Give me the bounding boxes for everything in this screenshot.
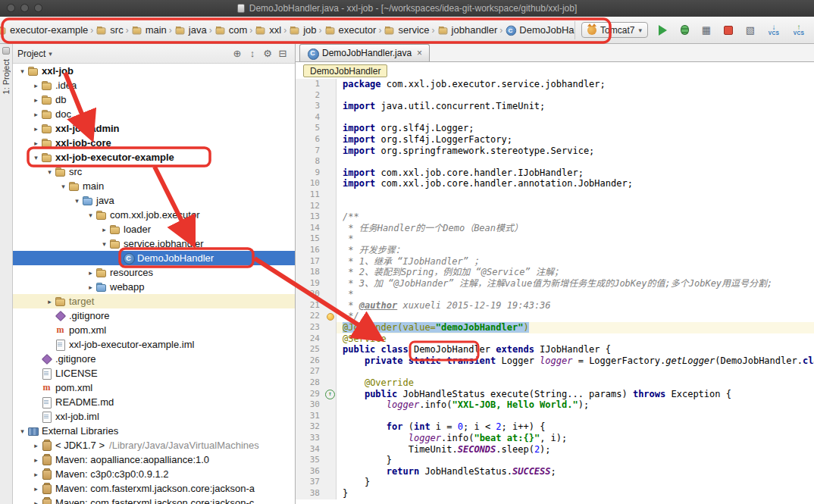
code-line-1[interactable]: 1package com.xxl.job.executor.service.jo… (296, 79, 814, 90)
run-button[interactable] (655, 22, 670, 39)
close-button[interactable] (7, 4, 15, 12)
coverage-button[interactable]: ▦ (699, 22, 714, 39)
tree-item-xxl-job-admin[interactable]: ▸xxl-job-admin (13, 121, 295, 136)
code-line-15[interactable]: 15 * (296, 233, 814, 245)
chevron-down-icon[interactable]: ▾ (58, 183, 68, 190)
breadcrumb-executor-example[interactable]: executor-example (0, 23, 89, 37)
code-line-36[interactable]: 36 return JobHandleStatus.SUCCESS; (296, 466, 814, 477)
chevron-down-icon[interactable]: ▾ (45, 168, 55, 176)
chevron-right-icon[interactable]: ▸ (31, 111, 41, 118)
tree-item-gitignore[interactable]: .gitignore (13, 352, 295, 366)
tree-item-loader[interactable]: ▸loader (13, 222, 295, 236)
chevron-down-icon[interactable]: ▾ (17, 427, 27, 435)
tree-item-webapp[interactable]: ▸webapp (13, 280, 295, 294)
tree-item-pom-xml[interactable]: pom.xml (13, 380, 295, 395)
chevron-down-icon[interactable]: ▾ (99, 240, 109, 248)
project-tool-window-button[interactable]: 1: Project (2, 59, 11, 94)
tree-item-xxl-job-core[interactable]: ▸xxl-job-core (13, 136, 295, 150)
code-line-11[interactable]: 11 (296, 189, 814, 201)
collapse-all-icon[interactable]: ⊟ (275, 48, 290, 59)
code-line-16[interactable]: 16 * 开发步骤： (296, 245, 814, 256)
tree-item-maven-aopalliance-aopalliance-1-0[interactable]: ▸Maven: aopalliance:aopalliance:1.0 (13, 452, 295, 467)
breadcrumb-main[interactable]: main (130, 23, 167, 37)
chevron-right-icon[interactable]: ▸ (86, 269, 95, 277)
tree-item-maven-com-fasterxml-jackson-core-jackson-c[interactable]: ▸Maven: com.fasterxml.jackson.core:jacks… (13, 496, 295, 504)
breadcrumb-src[interactable]: src (95, 23, 124, 37)
tree-item-xxl-job-executor-example-iml[interactable]: xxl-job-executor-example.iml (13, 337, 295, 352)
chevron-down-icon[interactable]: ▾ (17, 67, 27, 75)
code-line-18[interactable]: 18 * 2、装配到Spring，例如加 “@Service” 注解； (296, 267, 814, 278)
tree-item-target[interactable]: ▸target (13, 294, 295, 308)
editor-tab-demojobhandler[interactable]: DemoJobHandler.java × (299, 44, 430, 61)
chevron-right-icon[interactable]: ▸ (86, 283, 95, 291)
chevron-right-icon[interactable]: ▸ (31, 499, 41, 504)
breadcrumb-job[interactable]: job (288, 23, 317, 37)
chevron-right-icon[interactable]: ▸ (99, 226, 109, 233)
tree-item-external-libraries[interactable]: ▾External Libraries (13, 424, 295, 438)
code-line-13[interactable]: 13/** (296, 211, 814, 223)
chevron-right-icon[interactable]: ▸ (31, 485, 41, 493)
code-line-28[interactable]: 28 @Override (296, 377, 814, 389)
code-line-31[interactable]: 31 (296, 411, 814, 422)
code-line-4[interactable]: 4 (296, 112, 814, 124)
tree-item-maven-c3p0-c3p0-0-9-1-2[interactable]: ▸Maven: c3p0:c3p0:0.9.1.2 (13, 467, 295, 481)
code-line-17[interactable]: 17 * 1、继承 “IJobHandler” ； (296, 256, 814, 268)
chevron-right-icon[interactable]: ▸ (45, 298, 55, 305)
run-config-selector[interactable]: Tomcat7 ▾ (581, 22, 648, 38)
code-line-6[interactable]: 6import org.slf4j.LoggerFactory; (296, 134, 814, 146)
code-line-29[interactable]: 29 public JobHandleStatus execute(String… (296, 389, 814, 400)
tree-item-db[interactable]: ▸db (13, 92, 295, 107)
settings-gear-icon[interactable]: ⚙ (260, 48, 275, 59)
tree-item-gitignore[interactable]: .gitignore (13, 308, 295, 323)
scroll-to-source-icon[interactable]: ↕ (245, 48, 260, 59)
tree-item-main[interactable]: ▾main (13, 179, 295, 193)
breadcrumb-demojobhandler[interactable]: DemoJobHandler (504, 23, 574, 37)
breadcrumb-xxl[interactable]: xxl (254, 23, 282, 37)
tree-item-license[interactable]: LICENSE (13, 366, 295, 380)
code-line-26[interactable]: 26 private static transient Logger logge… (296, 355, 814, 367)
code-line-7[interactable]: 7import org.springframework.stereotype.S… (296, 146, 814, 157)
tree-item-readme-md[interactable]: README.md (13, 395, 295, 409)
chevron-down-icon[interactable]: ▾ (72, 197, 82, 205)
breadcrumb-executor[interactable]: executor (324, 23, 377, 37)
chevron-down-icon[interactable]: ▾ (31, 154, 41, 161)
code-line-33[interactable]: 33 logger.info("beat at:{}", i); (296, 433, 814, 444)
code-line-5[interactable]: 5import org.slf4j.Logger; (296, 123, 814, 134)
breadcrumb-service[interactable]: service (383, 23, 430, 37)
code-line-37[interactable]: 37 } (296, 477, 814, 488)
breadcrumb-java[interactable]: java (174, 23, 208, 37)
chevron-right-icon[interactable]: ▸ (31, 125, 41, 133)
tool-window-icon[interactable] (2, 47, 10, 55)
chevron-down-icon[interactable]: ▾ (86, 211, 95, 219)
locate-icon[interactable]: ⊕ (230, 48, 245, 59)
breadcrumb-jobhandler[interactable]: jobhandler (437, 23, 499, 37)
code-line-19[interactable]: 19 * 3、加 “@JobHander” 注解，注解value值为新增任务生成… (296, 278, 814, 290)
stop-button[interactable] (721, 22, 736, 39)
code-line-23[interactable]: 23@JobHander(value="demoJobHandler") (296, 322, 814, 333)
code-line-21[interactable]: 21 * @author xuxueli 2015-12-19 19:43:36 (296, 300, 814, 311)
chevron-right-icon[interactable]: ▸ (31, 82, 41, 89)
code-line-14[interactable]: 14 * 任务Handler的一个Demo（Bean模式） (296, 223, 814, 234)
tree-item-demojobhandler[interactable]: DemoJobHandler (13, 251, 295, 265)
debug-button[interactable] (677, 22, 692, 39)
code-line-3[interactable]: 3import java.util.concurrent.TimeUnit; (296, 101, 814, 112)
tree-item-resources[interactable]: ▸resources (13, 265, 295, 280)
code-line-34[interactable]: 34 TimeUnit.SECONDS.sleep(2); (296, 444, 814, 455)
tree-item-xxl-job-executor-example[interactable]: ▾xxl-job-executor-example (13, 150, 295, 164)
vcs-commit-button[interactable]: ↑ VCS (790, 21, 808, 39)
tree-item-doc[interactable]: ▸doc (13, 107, 295, 121)
project-view-title[interactable]: Project (17, 49, 45, 59)
close-tab-icon[interactable]: × (417, 48, 422, 58)
profiler-button[interactable]: ▧ (743, 22, 758, 39)
chevron-right-icon[interactable]: ▸ (31, 471, 41, 478)
breadcrumb-com[interactable]: com (214, 23, 249, 37)
tree-item-pom-xml[interactable]: pom.xml (13, 323, 295, 337)
code-line-2[interactable]: 2 (296, 90, 814, 102)
chevron-right-icon[interactable]: ▸ (31, 96, 41, 104)
tree-item-xxl-job[interactable]: ▾xxl-job (13, 64, 295, 78)
code-line-12[interactable]: 12 (296, 201, 814, 212)
tree-item-service-jobhandler[interactable]: ▾service.jobhandler (13, 236, 295, 251)
chevron-down-icon[interactable]: ▾ (49, 50, 52, 58)
chevron-right-icon[interactable]: ▸ (31, 442, 41, 449)
code-line-9[interactable]: 9import com.xxl.job.core.handler.IJobHan… (296, 167, 814, 179)
